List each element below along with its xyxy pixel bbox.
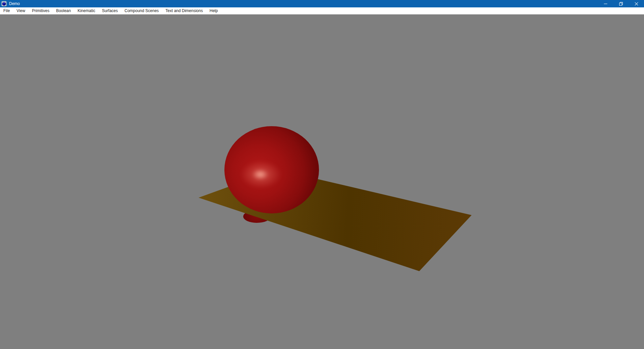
menu-bar: File View Primitives Boolean Kinematic S… <box>0 7 644 14</box>
restore-icon <box>619 2 623 6</box>
menu-primitives[interactable]: Primitives <box>29 7 53 14</box>
window-controls <box>598 0 644 7</box>
app-cube-icon[interactable] <box>1 1 7 6</box>
menu-boolean[interactable]: Boolean <box>53 7 74 14</box>
menu-text-and-dimensions[interactable]: Text and Dimensions <box>162 7 206 14</box>
close-button[interactable] <box>629 0 644 7</box>
close-icon <box>635 2 638 6</box>
menu-compound-scenes[interactable]: Compound Scenes <box>121 7 162 14</box>
menu-kinematic[interactable]: Kinematic <box>74 7 99 14</box>
menu-surfaces[interactable]: Surfaces <box>99 7 121 14</box>
minimize-button[interactable] <box>598 0 613 7</box>
sphere-highlight-core <box>252 169 268 180</box>
menu-view[interactable]: View <box>13 7 29 14</box>
menu-help[interactable]: Help <box>206 7 221 14</box>
titlebar[interactable]: Demo <box>0 0 644 7</box>
3d-viewport[interactable] <box>0 14 644 349</box>
restore-button[interactable] <box>613 0 629 7</box>
minimize-icon <box>604 2 607 6</box>
window-title: Demo <box>9 0 20 7</box>
menu-file[interactable]: File <box>0 7 13 14</box>
